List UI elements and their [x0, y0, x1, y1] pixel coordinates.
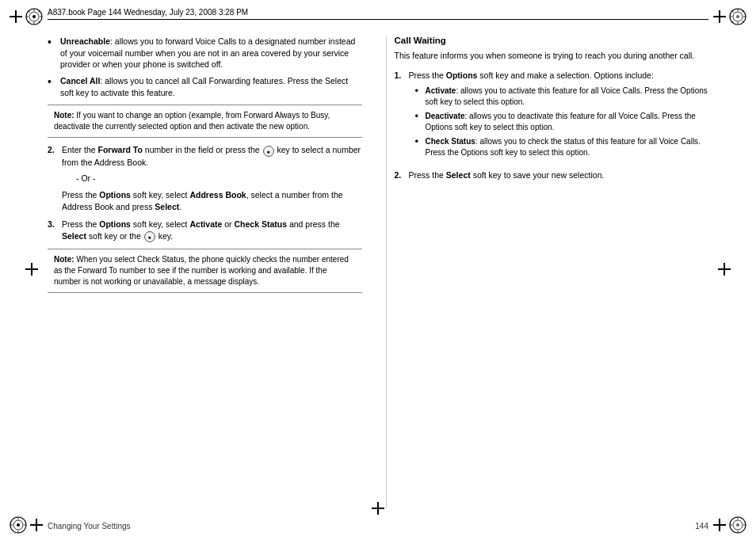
step2-number: 2.: [48, 144, 62, 212]
registration-cross-tr: [713, 10, 726, 23]
key-icon-step2: ●: [263, 146, 274, 157]
step2-alternative: Press the Options soft key, select Addre…: [62, 189, 362, 212]
sunburst-br: [729, 516, 746, 534]
sunburst-bl: [10, 516, 27, 534]
sub-bullet-dot-check-status: •: [415, 136, 423, 158]
right-step-2: 2. Press the Select soft key to save you…: [395, 169, 709, 181]
top-right-decoration: [713, 8, 746, 25]
right-step2-number: 2.: [395, 169, 409, 181]
page-header: A837.book Page 144 Wednesday, July 23, 2…: [48, 8, 708, 20]
right-column: Call Waiting This feature informs you wh…: [386, 36, 709, 508]
sub-bullet-activate: • Activate: allows you to activate this …: [415, 86, 709, 107]
sub-bullet-deactivate: • Deactivate: allows you to deactivate t…: [415, 111, 709, 132]
right-step1-content: Press the Options soft key and make a se…: [409, 70, 709, 162]
header-text: A837.book Page 144 Wednesday, July 23, 2…: [48, 8, 248, 17]
step2-content: Enter the Forward To number in the field…: [62, 144, 362, 212]
bullet-text-cancel-all: Cancel All: allows you to cancel all Cal…: [60, 75, 362, 98]
key-icon-step3: ●: [144, 231, 155, 242]
step3-activate-term: Activate: [189, 219, 222, 229]
bullet-unreachable: • Unreachable: allows you to forward Voi…: [48, 36, 362, 70]
svg-point-31: [736, 523, 739, 527]
sub-bullet-text-activate: Activate: allows you to activate this fe…: [426, 86, 709, 107]
bullet-text-unreachable: Unreachable: allows you to forward Voice…: [60, 36, 362, 70]
call-waiting-intro: This feature informs you when someone is…: [395, 50, 709, 62]
sub-bullet-dot-activate: •: [415, 86, 423, 107]
sub-bullet-text-deactivate: Deactivate: allows you to deactivate thi…: [426, 111, 709, 132]
call-waiting-heading: Call Waiting: [395, 36, 709, 45]
bullet-dot-unreachable: •: [48, 36, 57, 70]
bullet-dot-cancel-all: •: [48, 75, 57, 98]
note1-label: Note:: [54, 111, 74, 120]
step3-select-term: Select: [62, 231, 86, 241]
content-area: • Unreachable: allows you to forward Voi…: [48, 36, 708, 508]
step2-text-before: Enter the: [62, 145, 98, 154]
left-column: • Unreachable: allows you to forward Voi…: [48, 36, 370, 508]
term-unreachable: Unreachable: [60, 36, 110, 46]
note1-text: If you want to change an option (example…: [54, 111, 330, 131]
check-status-term: Check Status: [426, 137, 475, 146]
right-step2-select-term: Select: [446, 170, 471, 180]
step3-content: Press the Options soft key, select Activ…: [62, 219, 362, 242]
activate-term: Activate: [426, 86, 456, 95]
page-footer: Changing Your Settings 144: [48, 522, 708, 530]
page-container: A837.book Page 144 Wednesday, July 23, 2…: [0, 0, 756, 540]
mid-cross-right: [718, 263, 731, 277]
step-3: 3. Press the Options soft key, select Ac…: [48, 219, 362, 242]
bottom-left-decoration: [10, 516, 43, 534]
sub-bullets-container: • Activate: allows you to activate this …: [415, 86, 709, 158]
deactivate-term: Deactivate: [426, 112, 465, 120]
step2-address-book-term: Address Book: [189, 190, 246, 200]
note-box-2: Note: When you select Check Status, the …: [48, 249, 362, 293]
registration-cross-tl: [10, 10, 22, 23]
note-box-1: Note: If you want to change an option (e…: [48, 105, 362, 138]
step3-options-term: Options: [99, 219, 131, 229]
step2-options-term: Options: [99, 190, 131, 200]
mid-cross-left: [25, 263, 38, 277]
right-step2-content: Press the Select soft key to save your n…: [409, 169, 709, 181]
sunburst-tl: [25, 8, 43, 25]
sub-bullet-check-status: • Check Status: allows you to check the …: [415, 136, 709, 158]
step3-number: 3.: [48, 219, 62, 242]
right-step1-options-term: Options: [446, 70, 478, 80]
sunburst-tr: [729, 8, 746, 25]
step-2: 2. Enter the Forward To number in the fi…: [48, 144, 362, 212]
footer-right: 144: [695, 522, 708, 530]
top-left-decoration: [10, 8, 43, 25]
note2-label: Note:: [54, 255, 74, 264]
step3-check-status-term: Check Status: [234, 219, 287, 229]
bullet-cancel-all: • Cancel All: allows you to cancel all C…: [48, 75, 362, 98]
step2-term-forward-to: Forward To: [98, 145, 143, 154]
svg-point-13: [736, 15, 739, 18]
step2-text-after: number in the field or press the: [143, 145, 260, 154]
step2-or-separator: - Or -: [76, 173, 362, 184]
footer-left: Changing Your Settings: [48, 522, 131, 530]
registration-cross-bl: [30, 519, 43, 531]
sub-bullet-text-check-status: Check Status: allows you to check the st…: [426, 136, 709, 158]
note2-text: When you select Check Status, the phone …: [54, 255, 349, 286]
bottom-right-decoration: [713, 516, 746, 534]
step2-select-term: Select: [155, 202, 179, 211]
term-cancel-all: Cancel All: [60, 76, 100, 86]
right-step-1: 1. Press the Options soft key and make a…: [395, 70, 709, 162]
sub-bullet-dot-deactivate: •: [415, 111, 423, 132]
right-step1-number: 1.: [395, 70, 409, 162]
registration-cross-br: [713, 519, 726, 531]
svg-point-24: [17, 523, 20, 527]
svg-point-2: [32, 15, 36, 18]
